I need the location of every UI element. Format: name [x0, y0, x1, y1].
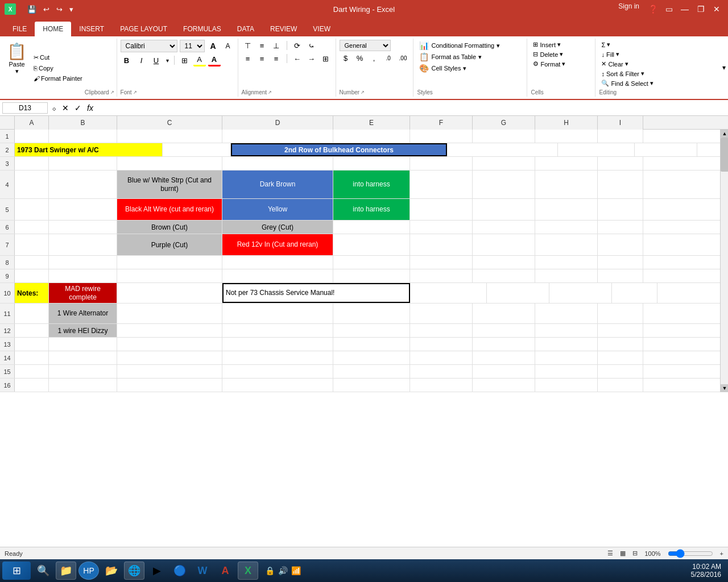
row-num-13[interactable]: 13 [0, 338, 15, 351]
cell-e7[interactable] [333, 234, 410, 255]
cell-a12[interactable] [15, 324, 49, 337]
taskbar-hp[interactable]: HP [78, 562, 99, 580]
restore-button[interactable]: ❐ [694, 2, 708, 16]
cell-e13[interactable] [333, 338, 410, 351]
cell-c11[interactable] [117, 304, 222, 323]
tab-data[interactable]: DATA [229, 22, 262, 36]
cell-f12[interactable] [410, 324, 473, 337]
row-num-9[interactable]: 9 [0, 269, 15, 282]
row-num-11[interactable]: 11 [0, 304, 15, 323]
tab-formulas[interactable]: FORMULAS [175, 22, 229, 36]
row-num-8[interactable]: 8 [0, 256, 15, 269]
clear-button[interactable]: ✕ Clear ▾ [599, 59, 672, 69]
align-center-button[interactable]: ≡ [256, 53, 268, 64]
cell-a5[interactable] [15, 199, 49, 220]
cell-styles-button[interactable]: 🎨 Cell Styles ▾ [417, 63, 523, 74]
cancel-formula-button[interactable]: ✕ [60, 103, 71, 113]
col-header-i[interactable]: I [598, 116, 643, 130]
font-name-select[interactable]: Calibri [121, 40, 177, 52]
cell-e3[interactable] [333, 157, 410, 170]
cell-b3[interactable] [49, 157, 117, 170]
cell-c16[interactable] [117, 379, 222, 392]
cell-d4[interactable]: Dark Brown [222, 171, 333, 198]
row-num-15[interactable]: 15 [0, 365, 15, 378]
cell-i6[interactable] [598, 221, 643, 234]
cell-b15[interactable] [49, 365, 117, 378]
cell-g6[interactable] [473, 221, 535, 234]
tab-page-layout[interactable]: PAGE LAYOUT [112, 22, 175, 36]
cell-i12[interactable] [598, 324, 643, 337]
name-box[interactable] [2, 102, 48, 114]
zoom-in-button[interactable]: + [720, 550, 723, 557]
cell-e2[interactable] [558, 143, 635, 156]
cell-g12[interactable] [473, 324, 535, 337]
save-button[interactable]: 💾 [25, 4, 39, 15]
cell-a13[interactable] [15, 338, 49, 351]
row-num-1[interactable]: 1 [0, 130, 15, 143]
cell-a3[interactable] [15, 157, 49, 170]
qat-dropdown[interactable]: ▾ [67, 4, 76, 15]
align-bottom-button[interactable]: ⊥ [270, 40, 283, 51]
cell-f7[interactable] [410, 234, 473, 255]
cell-b13[interactable] [49, 338, 117, 351]
cell-e9[interactable] [333, 269, 410, 282]
tab-insert[interactable]: INSERT [71, 22, 112, 36]
border-button[interactable]: ⊞ [179, 55, 191, 66]
cell-e1[interactable] [333, 130, 410, 143]
col-header-b[interactable]: B [49, 116, 117, 130]
cell-f1[interactable] [410, 130, 473, 143]
tab-home[interactable]: HOME [35, 22, 71, 36]
tray-icon-2[interactable]: 🔊 [278, 566, 288, 575]
cell-b16[interactable] [49, 379, 117, 392]
font-size-select[interactable]: 11 [180, 40, 205, 52]
cell-f8[interactable] [410, 256, 473, 269]
close-button[interactable]: ✕ [710, 2, 723, 16]
currency-button[interactable]: $ [340, 53, 352, 64]
comma-button[interactable]: , [368, 53, 380, 64]
cell-i4[interactable] [598, 171, 643, 198]
cell-c6[interactable]: Brown (Cut) [117, 221, 222, 234]
cell-d14[interactable] [222, 351, 333, 364]
cell-f13[interactable] [410, 338, 473, 351]
cell-e14[interactable] [333, 351, 410, 364]
formula-expand-button[interactable]: ⬦ [50, 103, 58, 113]
zoom-slider[interactable] [668, 549, 713, 558]
fill-button[interactable]: ↓ Fill ▾ [599, 49, 672, 59]
ribbon-display-button[interactable]: ▭ [662, 2, 676, 16]
cell-h11[interactable] [535, 304, 598, 323]
cell-i5[interactable] [598, 199, 643, 220]
cell-e10[interactable] [410, 283, 487, 303]
redo-button[interactable]: ↪ [54, 4, 65, 15]
cell-i8[interactable] [598, 256, 643, 269]
view-layout-button[interactable]: ▦ [620, 550, 626, 557]
col-header-c[interactable]: C [117, 116, 222, 130]
cell-i9[interactable] [598, 269, 643, 282]
cell-c10[interactable] [117, 283, 222, 303]
sign-in-link[interactable]: Sign in [614, 2, 644, 16]
cell-f6[interactable] [410, 221, 473, 234]
cell-c13[interactable] [117, 338, 222, 351]
copy-button[interactable]: ⎘ Copy [31, 64, 85, 73]
view-normal-button[interactable]: ☰ [607, 550, 613, 557]
align-top-button[interactable]: ⊤ [242, 40, 254, 51]
cell-i13[interactable] [598, 338, 643, 351]
cell-b7[interactable] [49, 234, 117, 255]
cell-a11[interactable] [15, 304, 49, 323]
cell-e8[interactable] [333, 256, 410, 269]
view-page-break-button[interactable]: ⊟ [632, 550, 638, 557]
alignment-expand-icon[interactable]: ↗ [268, 90, 272, 95]
scroll-down-button[interactable]: ▼ [721, 384, 728, 392]
cell-c4[interactable]: Blue w/ White Strp (Cut and burnt) [117, 171, 222, 198]
conditional-formatting-button[interactable]: 📊 Conditional Formatting ▾ [417, 40, 523, 51]
cell-e16[interactable] [333, 379, 410, 392]
cell-c1[interactable] [117, 130, 222, 143]
cell-h12[interactable] [535, 324, 598, 337]
row-num-2[interactable]: 2 [0, 143, 15, 156]
row-num-10[interactable]: 10 [0, 283, 15, 303]
cell-b6[interactable] [49, 221, 117, 234]
row-num-14[interactable]: 14 [0, 351, 15, 364]
cell-h3[interactable] [535, 157, 598, 170]
cell-b1[interactable] [49, 130, 117, 143]
col-header-g[interactable]: G [473, 116, 535, 130]
cell-d15[interactable] [222, 365, 333, 378]
